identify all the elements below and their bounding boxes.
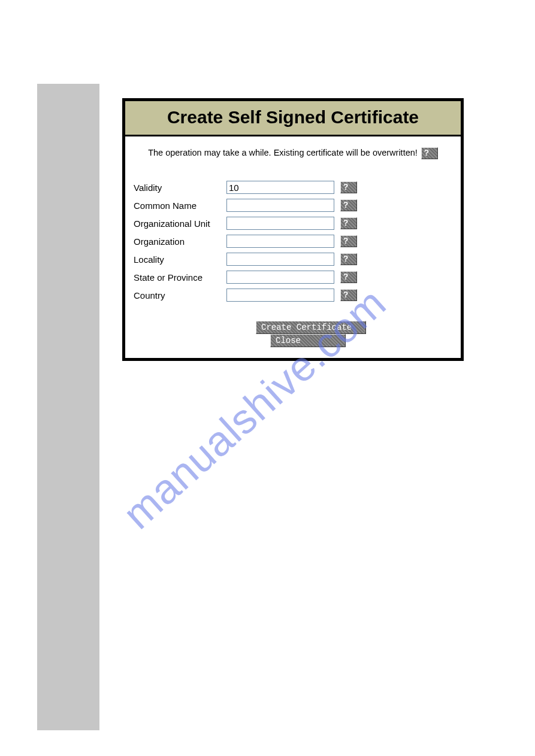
help-icon[interactable]: ? bbox=[340, 235, 357, 247]
row-common-name: Common Name ? bbox=[134, 199, 357, 212]
row-validity: Validity ? bbox=[134, 181, 357, 194]
help-icon[interactable]: ? bbox=[340, 253, 357, 265]
label-locality: Locality bbox=[134, 253, 226, 266]
label-validity: Validity bbox=[134, 181, 226, 194]
common-name-input[interactable] bbox=[226, 199, 334, 212]
validity-input[interactable] bbox=[226, 181, 334, 194]
label-state: State or Province bbox=[134, 271, 226, 284]
row-state: State or Province ? bbox=[134, 271, 357, 284]
dialog-body: The operation may take a while. Existing… bbox=[125, 136, 461, 358]
state-input[interactable] bbox=[226, 271, 334, 284]
create-certificate-button[interactable]: Create Certificate bbox=[256, 321, 366, 334]
button-row: Create Certificate Close bbox=[132, 321, 454, 347]
help-icon[interactable]: ? bbox=[340, 289, 357, 301]
help-icon[interactable]: ? bbox=[421, 147, 438, 159]
label-org-unit: Organizational Unit bbox=[134, 217, 226, 230]
locality-input[interactable] bbox=[226, 253, 334, 266]
help-icon[interactable]: ? bbox=[340, 181, 357, 193]
org-unit-input[interactable] bbox=[226, 217, 334, 230]
help-icon[interactable]: ? bbox=[340, 271, 357, 283]
label-organization: Organization bbox=[134, 235, 226, 248]
form-table: Validity ? Common Name ? Organizational … bbox=[134, 176, 357, 306]
close-button[interactable]: Close bbox=[270, 334, 346, 347]
help-icon[interactable]: ? bbox=[340, 199, 357, 211]
organization-input[interactable] bbox=[226, 235, 334, 248]
warning-text: The operation may take a while. Existing… bbox=[148, 148, 418, 157]
row-org-unit: Organizational Unit ? bbox=[134, 217, 357, 230]
row-organization: Organization ? bbox=[134, 235, 357, 248]
warning-row: The operation may take a while. Existing… bbox=[132, 147, 454, 159]
row-country: Country ? bbox=[134, 289, 357, 302]
row-locality: Locality ? bbox=[134, 253, 357, 266]
dialog-title: Create Self Signed Certificate bbox=[125, 101, 461, 136]
country-input[interactable] bbox=[226, 289, 334, 302]
label-common-name: Common Name bbox=[134, 199, 226, 212]
help-icon[interactable]: ? bbox=[340, 217, 357, 229]
create-certificate-dialog: Create Self Signed Certificate The opera… bbox=[122, 98, 464, 361]
left-margin-strip bbox=[37, 84, 99, 730]
label-country: Country bbox=[134, 289, 226, 302]
